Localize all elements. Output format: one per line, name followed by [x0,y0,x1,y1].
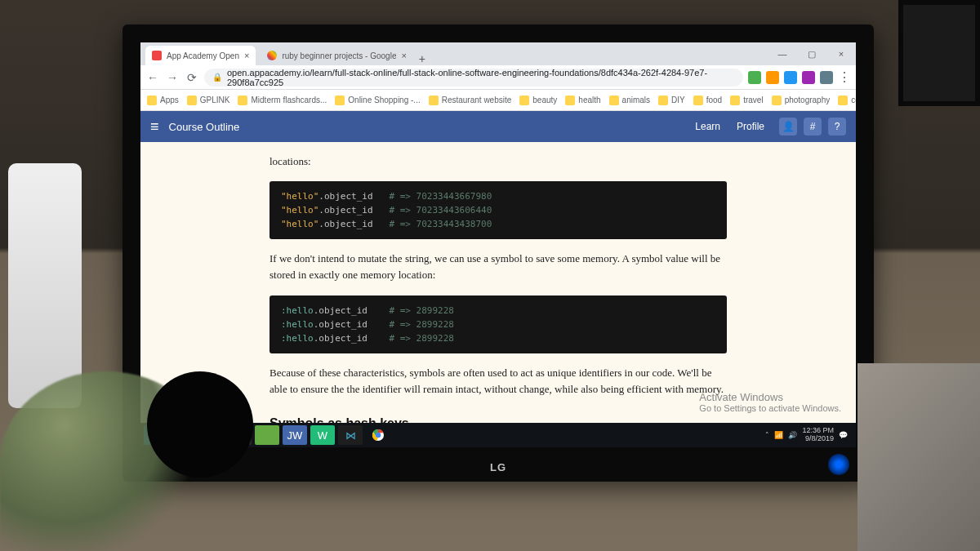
folder-icon [519,96,529,105]
help-icon[interactable]: ? [828,118,846,136]
bookmark-item[interactable]: Midterm flashcards... [238,96,327,105]
taskbar-app-vscode[interactable]: ⋈ [338,425,363,445]
slack-icon[interactable]: # [804,118,822,136]
extension-icon[interactable] [820,71,833,84]
activate-windows-watermark: Activate Windows Go to Settings to activ… [699,391,841,413]
app-header: ≡ Course Outline Learn Profile 👤 # ? [140,111,856,142]
monitor-brand-label: LG [490,461,506,473]
article-paragraph: Because of these characteristics, symbol… [270,365,727,398]
article-viewport[interactable]: locations: "hello".object_id # => 702334… [140,142,856,423]
folder-icon [658,96,668,105]
bookmark-item[interactable]: photography [772,96,831,105]
page-title: Course Outline [169,121,240,133]
bookmark-item[interactable]: travel [730,96,763,105]
bookmark-icon [238,96,247,105]
monitor-power-button[interactable] [828,454,849,475]
tab-title: ruby beginner projects - Google [282,51,396,60]
favicon-icon [152,51,162,60]
folder-icon [565,96,575,105]
folder-icon [772,96,782,105]
menu-button[interactable]: ≡ [150,118,159,136]
bookmark-icon [335,96,345,105]
back-button[interactable]: ← [145,71,160,84]
bookmark-item[interactable]: health [565,96,600,105]
browser-tab-inactive[interactable]: ruby beginner projects - Google × [261,46,413,65]
support-icon[interactable]: 👤 [779,118,797,136]
window-minimize-button[interactable]: — [768,42,797,65]
code-block: "hello".object_id # => 70233443667980 "h… [270,181,727,239]
bookmark-item[interactable]: animals [609,96,650,105]
tab-close-icon[interactable]: × [244,51,249,60]
browser-toolbar: ← → ⟳ 🔒 open.appacademy.io/learn/full-st… [140,65,856,90]
extension-icon[interactable] [766,71,779,84]
forward-button[interactable]: → [165,71,180,84]
wall-photo-frame [898,0,980,106]
article-paragraph: If we don't intend to mutate the string,… [270,251,727,283]
bookmark-item[interactable]: GPLINK [187,96,230,105]
reload-button[interactable]: ⟳ [185,71,199,84]
folder-icon [838,96,848,105]
article-fragment: locations: [270,153,727,170]
foreground-round-object [147,371,253,478]
tab-close-icon[interactable]: × [401,51,406,60]
bookmark-item[interactable]: DIY [658,96,685,105]
bookmark-icon [187,96,197,105]
new-tab-button[interactable]: + [413,52,431,65]
folder-icon [730,96,740,105]
desk-speaker [8,163,82,408]
browser-menu-button[interactable]: ⋮ [838,73,851,82]
tab-title: App Academy Open [167,51,239,60]
bookmarks-bar: Apps GPLINK Midterm flashcards... Online… [140,90,856,111]
section-heading: Symbols as hash keys [270,414,727,423]
bookmark-item[interactable]: Apps [147,96,179,105]
url-text: open.appacademy.io/learn/full-stack-onli… [227,68,735,87]
bookmark-item[interactable]: Restaurant website [429,96,512,105]
bookmark-item[interactable]: food [693,96,722,105]
window-maximize-button[interactable]: ▢ [797,42,826,65]
tray-network-icon[interactable]: 📶 [774,431,783,439]
screen: App Academy Open × ruby beginner project… [140,42,856,447]
code-block: :hello.object_id # => 2899228 :hello.obj… [270,295,727,353]
foreground-box [858,363,980,551]
window-controls: — ▢ × [768,42,856,65]
tray-notifications-icon[interactable]: 💬 [839,431,848,439]
taskbar-app-icon[interactable] [255,425,279,445]
folder-icon [609,96,619,105]
extension-icon[interactable] [748,71,761,84]
address-bar[interactable]: 🔒 open.appacademy.io/learn/full-stack-on… [204,69,743,87]
taskbar-clock[interactable]: 12:36 PM 9/8/2019 [802,427,834,443]
nav-link-learn[interactable]: Learn [695,121,720,132]
extension-icon[interactable] [802,71,815,84]
folder-icon [693,96,703,105]
tray-volume-icon[interactable]: 🔊 [788,431,797,439]
taskbar-app-chrome[interactable] [366,425,390,445]
system-tray[interactable]: ˄ 📶 🔊 12:36 PM 9/8/2019 💬 [765,427,853,443]
bookmark-item[interactable]: Online Shopping -... [335,96,420,105]
bookmark-item[interactable]: cooking [838,96,856,105]
browser-tab-active[interactable]: App Academy Open × [145,46,256,65]
apps-icon [147,96,157,105]
taskbar-app-icon[interactable]: W [310,425,335,445]
lock-icon: 🔒 [212,73,222,82]
taskbar-app-icon[interactable]: JW [283,425,307,445]
browser-titlebar: App Academy Open × ruby beginner project… [140,42,856,65]
tray-chevron-icon[interactable]: ˄ [765,431,769,439]
nav-link-profile[interactable]: Profile [737,121,764,132]
article: locations: "hello".object_id # => 702334… [270,142,727,423]
extension-icon[interactable] [784,71,797,84]
favicon-icon [267,51,277,60]
bookmark-icon [429,96,439,105]
window-close-button[interactable]: × [826,42,856,65]
bookmark-item[interactable]: beauty [519,96,557,105]
desk-scene: App Academy Open × ruby beginner project… [0,0,980,551]
